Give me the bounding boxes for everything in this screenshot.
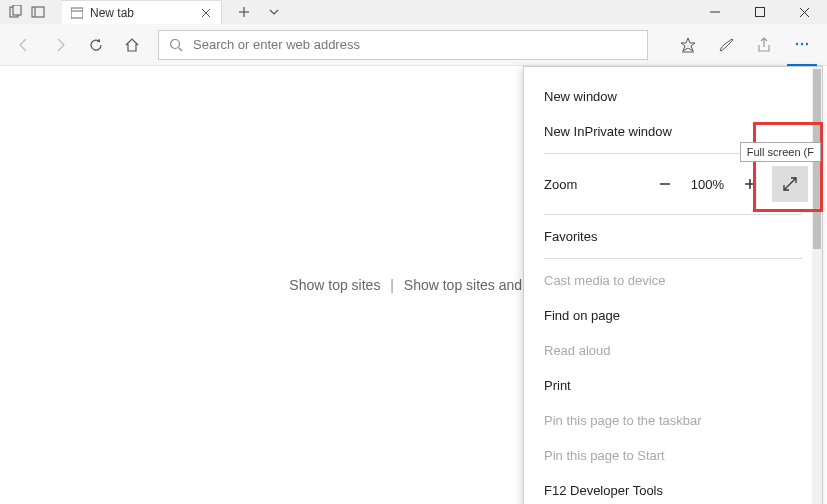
set-aside-tabs-icon[interactable]	[8, 4, 24, 20]
menu-divider	[544, 214, 802, 215]
svg-point-17	[796, 43, 798, 45]
menu-favorites[interactable]: Favorites	[524, 219, 822, 254]
svg-rect-4	[71, 8, 83, 18]
tab-preview-button[interactable]	[264, 2, 284, 22]
menu-read-aloud[interactable]: Read aloud	[524, 333, 822, 368]
close-window-button[interactable]	[782, 0, 827, 24]
refresh-button[interactable]	[82, 31, 110, 59]
menu-divider	[544, 258, 802, 259]
menu-dev-tools[interactable]: F12 Developer Tools	[524, 473, 822, 504]
titlebar-left: New tab	[0, 0, 290, 24]
fullscreen-tooltip: Full screen (F	[740, 142, 821, 162]
settings-menu: New window New InPrivate window Zoom 100…	[523, 66, 823, 504]
zoom-value: 100%	[687, 177, 728, 192]
zoom-row: Zoom 100%	[524, 158, 822, 210]
svg-point-18	[801, 43, 803, 45]
menu-cast[interactable]: Cast media to device	[524, 263, 822, 298]
forward-button[interactable]	[46, 31, 74, 59]
tab-actions	[228, 2, 290, 22]
menu-scrollbar[interactable]	[812, 67, 822, 504]
top-sites-row: Show top sites | Show top sites and m	[289, 277, 537, 293]
address-input[interactable]	[193, 37, 637, 52]
zoom-out-button[interactable]	[649, 168, 681, 200]
menu-new-window[interactable]: New window	[524, 79, 822, 114]
toolbar-right	[673, 24, 817, 65]
svg-rect-11	[755, 8, 764, 17]
notes-button[interactable]	[711, 30, 741, 60]
svg-point-19	[806, 43, 808, 45]
tabs-aside-icon[interactable]	[30, 4, 46, 20]
address-bar[interactable]	[158, 30, 648, 60]
menu-print[interactable]: Print	[524, 368, 822, 403]
fullscreen-button[interactable]	[772, 166, 808, 202]
show-top-sites-link[interactable]: Show top sites	[289, 277, 380, 293]
tab-favicon-icon	[70, 6, 84, 20]
svg-rect-1	[13, 5, 21, 15]
separator: |	[390, 277, 394, 293]
zoom-label: Zoom	[544, 177, 643, 192]
menu-find[interactable]: Find on page	[524, 298, 822, 333]
toolbar	[0, 24, 827, 66]
browser-tab[interactable]: New tab	[62, 0, 222, 24]
titlebar-spacer	[290, 0, 692, 24]
svg-line-23	[784, 178, 796, 190]
close-tab-icon[interactable]	[199, 6, 213, 20]
svg-point-14	[171, 39, 180, 48]
new-tab-button[interactable]	[234, 2, 254, 22]
favorites-button[interactable]	[673, 30, 703, 60]
minimize-button[interactable]	[692, 0, 737, 24]
home-button[interactable]	[118, 31, 146, 59]
menu-pin-taskbar[interactable]: Pin this page to the taskbar	[524, 403, 822, 438]
titlebar: New tab	[0, 0, 827, 24]
show-top-sites-more-link[interactable]: Show top sites and m	[404, 277, 538, 293]
tab-title: New tab	[90, 6, 193, 20]
svg-line-15	[179, 47, 183, 51]
window-controls	[692, 0, 827, 24]
search-icon	[169, 38, 183, 52]
svg-rect-2	[32, 7, 44, 17]
maximize-button[interactable]	[737, 0, 782, 24]
more-button[interactable]	[787, 24, 817, 66]
share-button[interactable]	[749, 30, 779, 60]
menu-pin-start[interactable]: Pin this page to Start	[524, 438, 822, 473]
back-button[interactable]	[10, 31, 38, 59]
zoom-in-button[interactable]	[734, 168, 766, 200]
